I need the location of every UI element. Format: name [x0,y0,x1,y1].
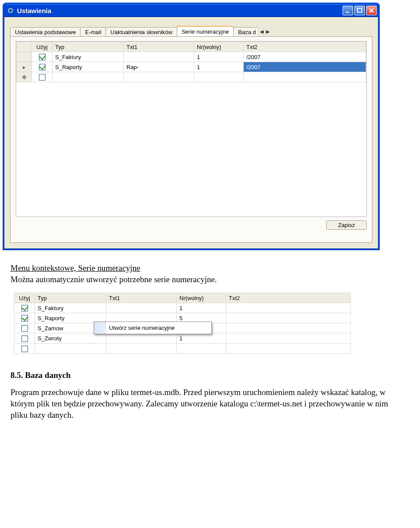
cell-typ[interactable]: S_Raporty [52,62,124,72]
cell-txt1[interactable] [106,343,177,353]
cell-use[interactable] [14,323,35,333]
checkbox-icon[interactable] [21,305,28,311]
cell-txt2[interactable] [244,72,366,82]
tab-strip: Ustawienia podstawowe E-mail Uaktualnien… [10,25,372,36]
cell-typ[interactable]: S_Zwroty [35,333,106,343]
grid-snippet: Użyj Typ Txt1 Nr(wolny) Txt2 S_Faktury 1 [14,293,351,353]
window-title: Ustawienia [17,7,343,14]
grid-corner [17,42,32,52]
doc-underlined-heading: Menu kontekstowe, Serie numeracyjne [10,263,140,273]
cell-txt2[interactable] [226,343,351,353]
table-row[interactable]: ▸ S_Raporty Rap- 1 /2007 [17,62,366,72]
row-header[interactable] [17,52,32,62]
checkbox-icon[interactable] [21,315,28,322]
checkbox-icon[interactable] [21,346,28,352]
cell-txt1[interactable]: Rap- [124,62,194,72]
cell-txt1[interactable] [124,52,194,62]
tab-panel-serie-numeracyjne: Użyj Typ Txt1 Nr(wolny) Txt2 S_Faktury [10,36,372,243]
tab-scroll-right-icon[interactable]: ▶ [266,29,270,35]
titlebar[interactable]: Ustawienia [4,4,378,17]
cell-nr[interactable]: 1 [177,303,226,313]
col-nr-wolny[interactable]: Nr(wolny) [177,293,226,303]
checkbox-icon[interactable] [39,64,46,70]
cell-txt2-selected[interactable]: /2007 [244,62,366,72]
close-button[interactable] [366,6,377,15]
app-icon [7,7,14,14]
cell-use[interactable] [32,52,52,62]
col-txt1[interactable]: Txt1 [106,293,177,303]
cell-use[interactable] [14,343,35,353]
col-uzyj[interactable]: Użyj [14,293,35,303]
cell-txt1[interactable] [106,303,177,313]
minimize-button[interactable] [343,6,353,15]
cell-nr[interactable] [194,72,244,82]
cell-txt2[interactable] [226,333,351,343]
cell-txt2[interactable] [226,323,351,333]
document-text-2: 8.5. Baza danych Program przechowuje dan… [10,370,404,421]
table-row-new[interactable] [14,343,351,353]
row-header-new[interactable]: ✻ [17,72,32,82]
tab-scroll-left-icon[interactable]: ◀ [260,29,263,35]
settings-window: Ustawienia Ustawienia podstawowe E-mail … [3,3,380,250]
cell-txt2[interactable]: /2007 [244,52,366,62]
tab-uaktualnienia-slownikow[interactable]: Uaktualnienia słowników [105,27,177,37]
cell-txt1[interactable] [106,333,177,343]
doc-paragraph: Można automatycznie utworzyć potrzebne s… [10,275,217,284]
cell-use[interactable] [14,313,35,323]
table-row-new[interactable]: ✻ [17,72,366,82]
col-uzyj[interactable]: Użyj [32,42,52,52]
col-nr-wolny[interactable]: Nr(wolny) [194,42,244,52]
col-txt2[interactable]: Txt2 [244,42,366,52]
row-header-current[interactable]: ▸ [17,62,32,72]
cell-use[interactable] [32,62,52,72]
cell-nr[interactable]: 1 [177,333,226,343]
serie-grid[interactable]: Użyj Typ Txt1 Nr(wolny) Txt2 S_Faktury [16,41,367,217]
cell-nr[interactable]: 1 [194,62,244,72]
col-typ[interactable]: Typ [35,293,106,303]
save-button[interactable]: Zapisz [326,220,367,230]
context-menu[interactable]: Utwórz serie numeracyjne [94,322,212,334]
checkbox-icon[interactable] [39,54,46,60]
doc-heading-2: 8.5. Baza danych [10,370,404,381]
maximize-button[interactable] [354,6,365,15]
tab-serie-numeracyjne[interactable]: Serie numeracyjne [177,26,234,36]
svg-point-1 [9,9,12,12]
cell-typ[interactable] [35,343,106,353]
checkbox-icon[interactable] [21,336,28,342]
cell-typ[interactable]: S_Faktury [35,303,106,313]
table-row[interactable]: S_Faktury 1 /2007 [17,52,366,62]
tab-baza-danych[interactable]: Baza d [233,27,257,37]
cell-typ[interactable]: S_Faktury [52,52,124,62]
tab-ustawienia-podstawowe[interactable]: Ustawienia podstawowe [10,27,80,37]
cell-typ[interactable] [52,72,124,82]
cell-use[interactable] [14,303,35,313]
svg-rect-3 [357,8,362,12]
document-text: Menu kontekstowe, Serie numeracyjne Możn… [10,262,404,285]
checkbox-icon[interactable] [21,325,28,332]
context-menu-item-utworz-serie[interactable]: Utwórz serie numeracyjne [94,322,211,334]
cell-nr[interactable]: 1 [194,52,244,62]
doc-paragraph-2: Program przechowuje dane w pliku termet-… [10,387,404,420]
col-typ[interactable]: Typ [52,42,124,52]
cell-use[interactable] [32,72,52,82]
checkbox-icon[interactable] [39,74,46,80]
col-txt1[interactable]: Txt1 [124,42,194,52]
cell-txt2[interactable] [226,313,351,323]
svg-rect-2 [346,12,349,13]
cell-nr[interactable] [177,343,226,353]
table-row[interactable]: S_Faktury 1 [14,303,351,313]
table-row[interactable]: S_Zwroty 1 [14,333,351,343]
cell-use[interactable] [14,333,35,343]
cell-txt1[interactable] [124,72,194,82]
tab-email[interactable]: E-mail [80,27,106,37]
col-txt2[interactable]: Txt2 [226,293,351,303]
cell-txt2[interactable] [226,303,351,313]
